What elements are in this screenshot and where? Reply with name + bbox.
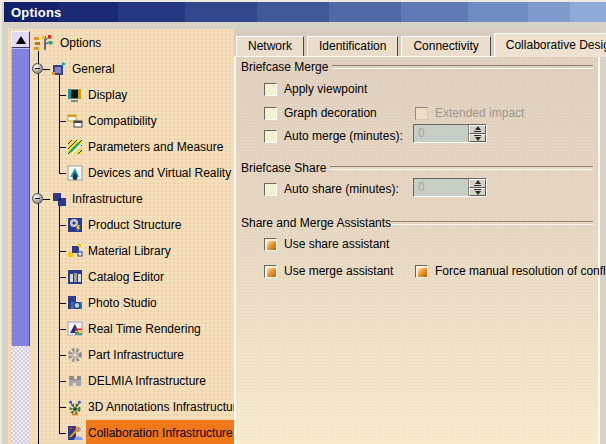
auto-share-checkbox[interactable] <box>264 183 277 196</box>
tree-item-parameters-measure[interactable]: Parameters and Measure <box>8 134 234 160</box>
product-structure-icon <box>66 216 84 234</box>
display-icon <box>66 86 84 104</box>
tree-item-catalog-editor[interactable]: Catalog Editor <box>8 264 234 290</box>
apply-viewpoint-row: Apply viewpoint <box>264 82 367 96</box>
selected-item-label: Collaboration Infrastructure <box>86 420 234 444</box>
tree-item-options[interactable]: Options <box>8 30 234 56</box>
assistants-group-header: Share and Merge Assistants <box>241 216 593 230</box>
spinner-buttons <box>468 125 486 142</box>
tab-network[interactable]: Network <box>236 36 304 56</box>
force-manual-resolution-checkbox[interactable] <box>415 265 428 278</box>
use-share-assistant-row: Use share assistant <box>264 237 389 251</box>
auto-share-value: 0 <box>414 179 468 196</box>
infrastructure-icon <box>50 190 68 208</box>
options-tree: Options General Display Compatibility <box>8 29 234 444</box>
settings-page: Network Identification Connectivity Coll… <box>234 29 600 444</box>
use-share-assistant-checkbox[interactable] <box>264 238 277 251</box>
delmia-infrastructure-icon <box>66 372 84 390</box>
options-root-icon <box>34 33 54 53</box>
tab-identification[interactable]: Identification <box>307 36 398 56</box>
title-bar[interactable]: Options <box>4 2 606 22</box>
auto-merge-value: 0 <box>414 125 468 142</box>
material-library-icon <box>66 242 84 260</box>
auto-merge-checkbox[interactable] <box>264 130 277 143</box>
use-merge-assistant-checkbox[interactable] <box>264 265 277 278</box>
part-infrastructure-icon <box>66 346 84 364</box>
auto-merge-spinner: 0 <box>413 124 487 143</box>
tab-collaborative-design[interactable]: Collaborative Design <box>494 33 606 57</box>
use-merge-assistant-row: Use merge assistant <box>264 264 393 278</box>
spin-up-button[interactable] <box>469 125 486 134</box>
parameters-measure-icon <box>66 138 84 156</box>
auto-share-row: Auto share (minutes): <box>264 182 399 196</box>
spin-bar-icon <box>474 185 481 186</box>
tree-item-devices-vr[interactable]: Devices and Virtual Reality <box>8 160 234 186</box>
spinner-buttons <box>468 179 486 196</box>
group-rule <box>332 65 593 69</box>
spin-bar-icon <box>474 135 481 136</box>
collaborative-design-panel: Briefcase Merge Apply viewpoint Graph de… <box>234 56 600 444</box>
options-dialog: Options Options <box>0 0 606 444</box>
tree-item-material-library[interactable]: Material Library <box>8 238 234 264</box>
tree-item-part-infrastructure[interactable]: Part Infrastructure <box>8 342 234 368</box>
up-arrow-icon <box>475 180 481 184</box>
dialog-content: Options General Display Compatibility <box>8 29 600 444</box>
tree-item-photo-studio[interactable]: Photo Studio <box>8 290 234 316</box>
down-arrow-icon <box>475 137 481 141</box>
tree-item-product-structure[interactable]: Product Structure <box>8 212 234 238</box>
devices-vr-icon <box>66 164 84 182</box>
spin-bar-icon <box>474 131 481 132</box>
group-title: Briefcase Share <box>241 161 326 175</box>
briefcase-merge-group-header: Briefcase Merge <box>241 60 593 74</box>
expander-knob-icon[interactable] <box>32 63 43 74</box>
tab-connectivity[interactable]: Connectivity <box>401 36 490 56</box>
collaboration-icon <box>66 424 84 442</box>
options-tree-panel: Options General Display Compatibility <box>8 29 234 444</box>
general-icon <box>50 60 68 78</box>
expander-knob-icon[interactable] <box>32 193 43 204</box>
up-arrow-icon <box>475 126 481 130</box>
group-title: Share and Merge Assistants <box>241 216 391 230</box>
auto-merge-row: Auto merge (minutes): <box>264 129 403 143</box>
real-time-rendering-icon <box>66 320 84 338</box>
tree-item-collaboration-infrastructure[interactable]: Collaboration Infrastructure <box>8 420 234 444</box>
window-title: Options <box>4 5 62 20</box>
annotations-3d-icon <box>66 398 84 416</box>
group-rule <box>391 221 593 225</box>
spin-down-button[interactable] <box>469 188 486 197</box>
catalog-editor-icon <box>66 268 84 286</box>
tab-strip: Network Identification Connectivity Coll… <box>234 29 600 56</box>
graph-decoration-checkbox[interactable] <box>264 107 277 120</box>
down-arrow-icon <box>475 191 481 195</box>
tree-item-infrastructure[interactable]: Infrastructure <box>8 186 234 212</box>
tree-item-general[interactable]: General <box>8 56 234 82</box>
tree-item-real-time-rendering[interactable]: Real Time Rendering <box>8 316 234 342</box>
compatibility-icon <box>66 112 84 130</box>
tree-item-display[interactable]: Display <box>8 82 234 108</box>
tree-item-compatibility[interactable]: Compatibility <box>8 108 234 134</box>
extended-impact-checkbox <box>415 107 428 120</box>
group-title: Briefcase Merge <box>241 60 328 74</box>
force-manual-resolution-row: Force manual resolution of conflicts <box>415 264 606 278</box>
photo-studio-icon <box>66 294 84 312</box>
extended-impact-row: Extended impact <box>415 106 524 120</box>
spin-bar-icon <box>474 189 481 190</box>
graph-decoration-row: Graph decoration <box>264 106 377 120</box>
spin-up-button[interactable] <box>469 179 486 188</box>
spin-down-button[interactable] <box>469 134 486 143</box>
briefcase-share-group-header: Briefcase Share <box>241 161 593 175</box>
apply-viewpoint-checkbox[interactable] <box>264 83 277 96</box>
auto-share-spinner: 0 <box>413 178 487 197</box>
tree-item-3d-annotations-infrastructure[interactable]: 3D Annotations Infrastructure <box>8 394 234 420</box>
tree-item-delmia-infrastructure[interactable]: DELMIA Infrastructure <box>8 368 234 394</box>
group-rule <box>330 166 593 170</box>
